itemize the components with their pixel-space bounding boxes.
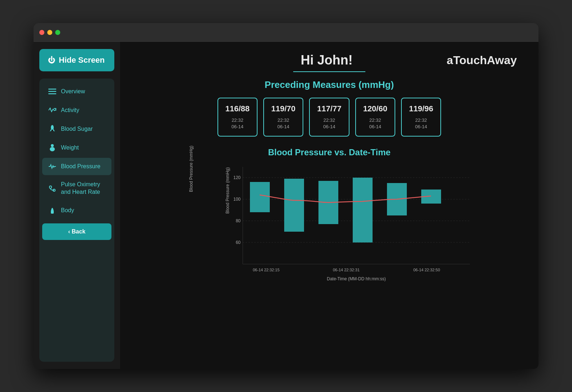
bar-1: [284, 179, 304, 232]
measure-time-0: 22:3206-14: [225, 117, 250, 130]
titlebar: [34, 23, 538, 42]
sidebar-item-label: Blood Pressure: [61, 163, 100, 170]
sidebar-item-blood-sugar[interactable]: Blood Sugar: [42, 120, 111, 138]
svg-text:06-14 22:32:15: 06-14 22:32:15: [253, 268, 280, 272]
greeting: Hi John!: [207, 53, 447, 68]
sidebar-item-label: Activity: [61, 107, 79, 113]
measure-value-1: 119/70: [271, 104, 295, 113]
brand-label: aTouchAway: [447, 54, 517, 67]
measure-value-0: 116/88: [225, 104, 250, 113]
svg-rect-1: [48, 91, 56, 92]
svg-text:Blood Pressure (mmHg): Blood Pressure (mmHg): [225, 168, 230, 214]
svg-rect-0: [48, 89, 56, 90]
sidebar-item-label: Pulse Oximetryand Heart Rate: [61, 181, 100, 196]
hide-screen-button[interactable]: ⏻ Hide Screen: [39, 49, 114, 71]
left-panel: ⏻ Hide Screen Overview: [34, 42, 120, 369]
close-button[interactable]: [39, 30, 44, 35]
svg-text:06-14 22:32:50: 06-14 22:32:50: [413, 268, 440, 272]
measure-card-2: 117/77 22:3206-14: [309, 98, 349, 137]
list-icon: [48, 87, 57, 96]
measure-value-2: 117/77: [317, 104, 341, 113]
svg-text:80: 80: [236, 218, 241, 223]
measure-time-1: 22:3206-14: [271, 117, 295, 130]
sidebar-item-pulse-oximetry[interactable]: Pulse Oximetryand Heart Rate: [42, 177, 111, 200]
sidebar-item-label: Overview: [61, 88, 85, 95]
svg-rect-2: [48, 93, 56, 94]
svg-point-3: [51, 125, 54, 130]
chart-svg: 60 80 100 120: [225, 163, 477, 286]
sidebar-item-body[interactable]: Body: [42, 202, 111, 219]
body-icon: [48, 206, 57, 215]
sidebar-item-overview[interactable]: Overview: [42, 83, 111, 100]
sidebar-item-weight[interactable]: Weight: [42, 139, 111, 156]
chart-container: Blood Pressure (mmHg) 60 80 100: [203, 163, 456, 286]
measure-value-3: 120/60: [363, 104, 387, 113]
svg-text:120: 120: [233, 175, 241, 180]
sidebar-item-label: Blood Sugar: [61, 126, 93, 132]
sidebar-item-label: Weight: [61, 144, 79, 151]
svg-text:60: 60: [236, 240, 241, 245]
measure-time-2: 22:3206-14: [317, 117, 341, 130]
preceding-measures-title: Preceding Measures (mmHg): [142, 79, 517, 90]
measure-time-3: 22:3206-14: [363, 117, 387, 130]
back-label: ‹ Back: [68, 228, 85, 235]
back-button[interactable]: ‹ Back: [42, 223, 111, 240]
measure-card-4: 119/96 22:3206-14: [401, 98, 441, 137]
sidebar-item-label: Body: [61, 207, 74, 214]
svg-rect-11: [52, 208, 53, 209]
person-icon: [48, 143, 57, 152]
measure-value-4: 119/96: [409, 104, 433, 113]
section-divider: [293, 71, 365, 72]
sidebar-item-blood-pressure[interactable]: Blood Pressure: [42, 158, 111, 175]
maximize-button[interactable]: [55, 30, 60, 35]
heartbeat-icon: [48, 162, 57, 171]
bar-0: [250, 182, 270, 212]
svg-text:06-14 22:32:31: 06-14 22:32:31: [333, 268, 360, 272]
sidebar-item-activity[interactable]: Activity: [42, 102, 111, 119]
power-icon: ⏻: [48, 56, 55, 64]
measure-card-0: 116/88 22:3206-14: [217, 98, 258, 137]
chart-y-label: Blood Pressure (mmHg): [189, 146, 194, 192]
hide-screen-label: Hide Screen: [59, 55, 105, 65]
measure-card-3: 120/60 22:3206-14: [355, 98, 395, 137]
svg-text:Date-Time (MM-DD hh:mm:ss): Date-Time (MM-DD hh:mm:ss): [327, 276, 386, 281]
svg-text:100: 100: [233, 197, 241, 202]
sidebar: Overview Activity: [39, 79, 114, 362]
app-window: ⏻ Hide Screen Overview: [34, 23, 538, 369]
svg-rect-9: [51, 210, 54, 214]
svg-point-7: [50, 147, 55, 151]
top-bar: Hi John! aTouchAway: [142, 53, 517, 68]
measure-time-4: 22:3206-14: [409, 117, 433, 130]
measures-row: 116/88 22:3206-14 119/70 22:3206-14 117/…: [142, 98, 517, 137]
activity-icon: [48, 106, 57, 115]
rocket-icon: [48, 125, 57, 133]
minimize-button[interactable]: [47, 30, 52, 35]
svg-point-5: [52, 130, 53, 132]
svg-point-6: [51, 144, 54, 147]
main-content: Hi John! aTouchAway Preceding Measures (…: [120, 42, 538, 369]
measure-card-1: 119/70 22:3206-14: [263, 98, 303, 137]
stethoscope-icon: [48, 184, 57, 193]
bar-3: [353, 178, 373, 242]
app-body: ⏻ Hide Screen Overview: [34, 42, 538, 369]
traffic-lights: [39, 30, 60, 35]
chart-title: Blood Pressure vs. Date-Time: [142, 147, 517, 157]
